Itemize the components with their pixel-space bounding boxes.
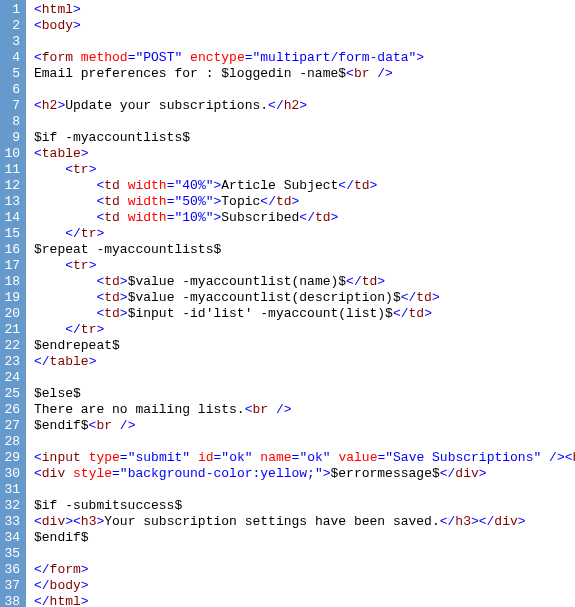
attr-value: "submit" bbox=[128, 450, 190, 465]
attr-name: method bbox=[81, 50, 128, 65]
punctuation: < bbox=[34, 450, 42, 465]
line-number: 1 bbox=[4, 2, 20, 18]
code-line[interactable]: <body> bbox=[34, 18, 575, 34]
code-line[interactable]: <div><h3>Your subscription settings have… bbox=[34, 514, 575, 530]
code-line[interactable]: </body> bbox=[34, 578, 575, 594]
punctuation: /> bbox=[276, 402, 292, 417]
punctuation: > bbox=[120, 274, 128, 289]
punctuation: > bbox=[424, 306, 432, 321]
code-line[interactable]: </tr> bbox=[34, 322, 575, 338]
punctuation: > bbox=[377, 274, 385, 289]
code-line[interactable]: </html> bbox=[34, 594, 575, 607]
text bbox=[34, 226, 65, 241]
tag-name: html bbox=[42, 2, 73, 17]
code-line[interactable] bbox=[34, 114, 575, 130]
punctuation: > bbox=[299, 98, 307, 113]
text bbox=[112, 418, 120, 433]
code-line[interactable]: </table> bbox=[34, 354, 575, 370]
code-line[interactable] bbox=[34, 482, 575, 498]
tag-name: div bbox=[42, 466, 65, 481]
code-line[interactable]: $endrepeat$ bbox=[34, 338, 575, 354]
line-number: 12 bbox=[4, 178, 20, 194]
code-line[interactable]: <td>$value -myaccountlist(description)$<… bbox=[34, 290, 575, 306]
attr-name: value bbox=[338, 450, 377, 465]
code-line[interactable]: Email preferences for : $loggedin -name$… bbox=[34, 66, 575, 82]
punctuation: > bbox=[89, 258, 97, 273]
punctuation: > bbox=[323, 466, 331, 481]
code-line[interactable]: </form> bbox=[34, 562, 575, 578]
code-line[interactable]: $if -submitsuccess$ bbox=[34, 498, 575, 514]
code-line[interactable] bbox=[34, 82, 575, 98]
tag-name: tr bbox=[81, 226, 97, 241]
code-line[interactable]: <td width="40%">Article Subject</td> bbox=[34, 178, 575, 194]
tag-name: div bbox=[42, 514, 65, 529]
code-line[interactable]: $else$ bbox=[34, 386, 575, 402]
text bbox=[268, 402, 276, 417]
punctuation: > bbox=[89, 354, 97, 369]
code-line[interactable]: <div style="background-color:yellow;">$e… bbox=[34, 466, 575, 482]
text: $input -id'list' -myaccount(list)$ bbox=[128, 306, 393, 321]
code-line[interactable] bbox=[34, 434, 575, 450]
punctuation: < bbox=[65, 162, 73, 177]
text: Subscribed bbox=[221, 210, 299, 225]
code-line[interactable]: <td width="10%">Subscribed</td> bbox=[34, 210, 575, 226]
code-line[interactable]: <td>$value -myaccountlist(name)$</td> bbox=[34, 274, 575, 290]
punctuation: < bbox=[34, 50, 42, 65]
tag-name: form bbox=[50, 562, 81, 577]
tag-name: td bbox=[104, 178, 120, 193]
attr-name: type bbox=[89, 450, 120, 465]
text bbox=[34, 162, 65, 177]
punctuation: = bbox=[112, 466, 120, 481]
code-line[interactable] bbox=[34, 370, 575, 386]
code-line[interactable]: <table> bbox=[34, 146, 575, 162]
code-line[interactable]: <h2>Update your subscriptions.</h2> bbox=[34, 98, 575, 114]
code-line[interactable] bbox=[34, 546, 575, 562]
line-number: 22 bbox=[4, 338, 20, 354]
line-number: 20 bbox=[4, 306, 20, 322]
attr-value: "10%" bbox=[174, 210, 213, 225]
code-line[interactable]: <td width="50%">Topic</td> bbox=[34, 194, 575, 210]
punctuation: > bbox=[120, 290, 128, 305]
tag-name: td bbox=[409, 306, 425, 321]
text: $repeat -myaccountlists$ bbox=[34, 242, 221, 257]
line-number: 19 bbox=[4, 290, 20, 306]
attr-name: width bbox=[128, 178, 167, 193]
punctuation: > bbox=[331, 210, 339, 225]
punctuation: />< bbox=[549, 450, 572, 465]
tag-name: td bbox=[416, 290, 432, 305]
line-number: 37 bbox=[4, 578, 20, 594]
line-number: 30 bbox=[4, 466, 20, 482]
punctuation: > bbox=[518, 514, 526, 529]
tag-name: td bbox=[104, 210, 120, 225]
code-line[interactable]: <tr> bbox=[34, 162, 575, 178]
line-number: 3 bbox=[4, 34, 20, 50]
code-line[interactable] bbox=[34, 34, 575, 50]
code-line[interactable]: <html> bbox=[34, 2, 575, 18]
line-number: 29 bbox=[4, 450, 20, 466]
line-number: 8 bbox=[4, 114, 20, 130]
code-line[interactable]: </tr> bbox=[34, 226, 575, 242]
tag-name: td bbox=[362, 274, 378, 289]
code-line[interactable]: <form method="POST" enctype="multipart/f… bbox=[34, 50, 575, 66]
punctuation: /> bbox=[377, 66, 393, 81]
code-line[interactable]: $repeat -myaccountlists$ bbox=[34, 242, 575, 258]
text bbox=[34, 322, 65, 337]
punctuation: </ bbox=[299, 210, 315, 225]
code-line[interactable]: $endif$ bbox=[34, 530, 575, 546]
code-line[interactable]: $if -myaccountlists$ bbox=[34, 130, 575, 146]
line-number: 32 bbox=[4, 498, 20, 514]
text bbox=[541, 450, 549, 465]
code-line[interactable]: There are no mailing lists.<br /> bbox=[34, 402, 575, 418]
line-number: 18 bbox=[4, 274, 20, 290]
tag-name: h2 bbox=[42, 98, 58, 113]
code-line[interactable]: <input type="submit" id="ok" name="ok" v… bbox=[34, 450, 575, 466]
code-line[interactable]: $endif$<br /> bbox=[34, 418, 575, 434]
tag-name: td bbox=[104, 274, 120, 289]
text bbox=[34, 274, 96, 289]
code-line[interactable]: <tr> bbox=[34, 258, 575, 274]
line-number: 16 bbox=[4, 242, 20, 258]
attr-name: width bbox=[128, 210, 167, 225]
punctuation: </ bbox=[346, 274, 362, 289]
code-line[interactable]: <td>$input -id'list' -myaccount(list)$</… bbox=[34, 306, 575, 322]
code-editor-content[interactable]: <html><body> <form method="POST" enctype… bbox=[26, 0, 575, 607]
